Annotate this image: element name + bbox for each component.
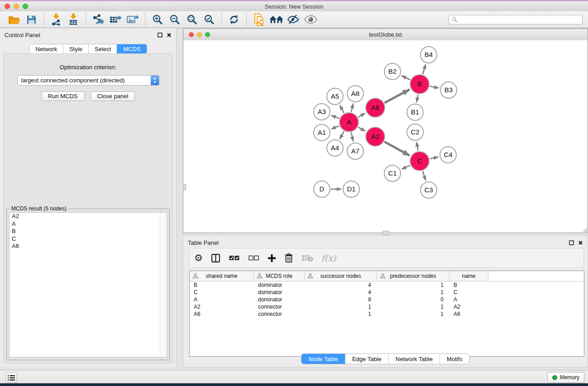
node-D[interactable]: D: [314, 181, 330, 197]
column-header-successor-nodes[interactable]: successor nodes: [305, 271, 377, 281]
edge-A-A4[interactable]: [340, 131, 344, 139]
node-A5[interactable]: A5: [327, 88, 343, 105]
table-row-a2[interactable]: A2connector11A2: [190, 303, 584, 310]
tab-motifs[interactable]: Motifs: [440, 354, 469, 364]
edge-C-C4[interactable]: [430, 157, 439, 159]
table-row-a[interactable]: Adominator80A: [190, 296, 584, 303]
select-all-button[interactable]: [229, 255, 240, 261]
node-B2[interactable]: B2: [384, 63, 401, 80]
delete-column-button[interactable]: [284, 253, 293, 263]
node-A3[interactable]: A3: [314, 104, 330, 120]
result-item-b[interactable]: B: [10, 228, 167, 235]
result-item-a[interactable]: A: [10, 220, 167, 228]
node-B1[interactable]: B1: [407, 104, 423, 120]
table-row-c[interactable]: Cdominator41C: [190, 289, 584, 296]
node-A2[interactable]: A2: [366, 127, 385, 146]
node-B4[interactable]: B4: [421, 47, 437, 63]
result-item-a2[interactable]: A2: [10, 213, 167, 220]
edge-A2-C[interactable]: [384, 142, 410, 156]
edge-C-C3[interactable]: [423, 171, 426, 181]
zoom-in-button[interactable]: [150, 12, 165, 27]
edge-A-A7[interactable]: [351, 133, 353, 142]
node-B[interactable]: B: [410, 75, 429, 94]
export-network-button[interactable]: [91, 12, 106, 27]
zoom-out-button[interactable]: [167, 12, 182, 27]
zoom-fit-button[interactable]: [184, 12, 200, 27]
delete-table-button[interactable]: [301, 254, 313, 262]
create-column-button[interactable]: [268, 254, 276, 262]
birds-eye-view-button[interactable]: [303, 12, 318, 27]
edge-B-B3[interactable]: [430, 86, 439, 88]
save-session-button[interactable]: [24, 12, 39, 27]
node-A8[interactable]: A8: [347, 86, 363, 102]
result-item-a6[interactable]: A6: [10, 243, 167, 250]
edge-A-A5[interactable]: [340, 105, 344, 113]
edge-C-C2[interactable]: [416, 142, 418, 151]
edge-C-C1[interactable]: [402, 165, 410, 169]
column-header-shared-name[interactable]: shared name: [190, 271, 254, 281]
node-A4[interactable]: A4: [327, 140, 343, 156]
tab-select[interactable]: Select: [88, 44, 117, 53]
edge-B-B2[interactable]: [402, 76, 410, 80]
edge-A6-B[interactable]: [384, 90, 410, 103]
run-mcds-button[interactable]: Run MCDS: [41, 91, 85, 101]
node-C3[interactable]: C3: [421, 182, 437, 198]
node-C4[interactable]: C4: [440, 147, 456, 163]
edge-A-A3[interactable]: [331, 115, 339, 119]
table-row-a6[interactable]: A6connector11A6: [190, 310, 584, 318]
memory-button[interactable]: Memory: [547, 372, 584, 383]
home-button[interactable]: [268, 12, 284, 27]
close-panel-icon[interactable]: [167, 33, 172, 38]
show-columns-button[interactable]: [211, 253, 220, 263]
table-settings-button[interactable]: ⚙: [194, 253, 203, 262]
table-row-b[interactable]: Bdominator41B: [190, 281, 584, 289]
criterion-select[interactable]: largest connected component (directed): [17, 75, 159, 86]
edge-A-A1[interactable]: [331, 126, 339, 129]
network-window-titlebar[interactable]: testGlobe.txt: [183, 29, 588, 41]
window-titlebar[interactable]: Session: New Session: [0, 1, 588, 12]
node-C[interactable]: C: [410, 152, 429, 171]
tab-edge-table[interactable]: Edge Table: [345, 354, 388, 364]
network-canvas[interactable]: AA1A2A3A4A5A6A7A8BB1B2B3B4CC1C2C3C4DD1: [183, 40, 588, 233]
edge-B-B4[interactable]: [423, 64, 426, 74]
column-header-name[interactable]: name: [449, 271, 488, 281]
result-item-c[interactable]: C: [10, 235, 167, 243]
show-panels-button[interactable]: [5, 372, 17, 383]
result-list-scrollbar[interactable]: [160, 213, 166, 357]
node-B3[interactable]: B3: [440, 82, 457, 98]
tab-style[interactable]: Style: [63, 44, 88, 53]
tab-node-table[interactable]: Node Table: [301, 354, 345, 364]
float-panel-icon[interactable]: [569, 240, 574, 245]
edge-A-A6[interactable]: [358, 113, 365, 117]
edge-B-B1[interactable]: [417, 95, 418, 103]
node-A[interactable]: A: [339, 113, 359, 132]
edge-A-A8[interactable]: [351, 104, 353, 112]
refresh-view-button[interactable]: [226, 12, 242, 27]
node-A7[interactable]: A7: [347, 143, 363, 159]
edge-A-A2[interactable]: [358, 127, 365, 131]
export-image-button[interactable]: [125, 12, 140, 27]
column-header-mcds-role[interactable]: MCDS role: [254, 271, 305, 281]
node-D1[interactable]: D1: [343, 181, 359, 197]
import-table-button[interactable]: [66, 12, 81, 27]
export-table-button[interactable]: [108, 12, 123, 27]
close-panel-button[interactable]: Close panel: [91, 91, 135, 101]
zoom-selected-button[interactable]: [201, 12, 217, 27]
tab-network[interactable]: Network: [29, 44, 63, 53]
node-C1[interactable]: C1: [384, 165, 401, 181]
tab-network-table[interactable]: Network Table: [388, 354, 440, 364]
function-builder-button[interactable]: f(x): [321, 253, 336, 263]
show-graphics-details-button[interactable]: [286, 12, 301, 27]
open-session-button[interactable]: [6, 12, 22, 27]
deselect-all-button[interactable]: [248, 255, 259, 261]
left-edge-grip[interactable]: [183, 184, 186, 190]
search-input[interactable]: [460, 16, 579, 23]
resize-grip-icon[interactable]: [582, 227, 587, 232]
column-header-predecessor-nodes[interactable]: predecessor nodes: [377, 271, 449, 281]
node-A1[interactable]: A1: [314, 124, 330, 141]
import-network-button[interactable]: [48, 12, 64, 27]
tab-mcds[interactable]: MCDS: [117, 44, 146, 53]
node-C2[interactable]: C2: [407, 124, 423, 140]
bottom-edge-grip[interactable]: [382, 231, 389, 235]
search-field[interactable]: [449, 15, 583, 24]
